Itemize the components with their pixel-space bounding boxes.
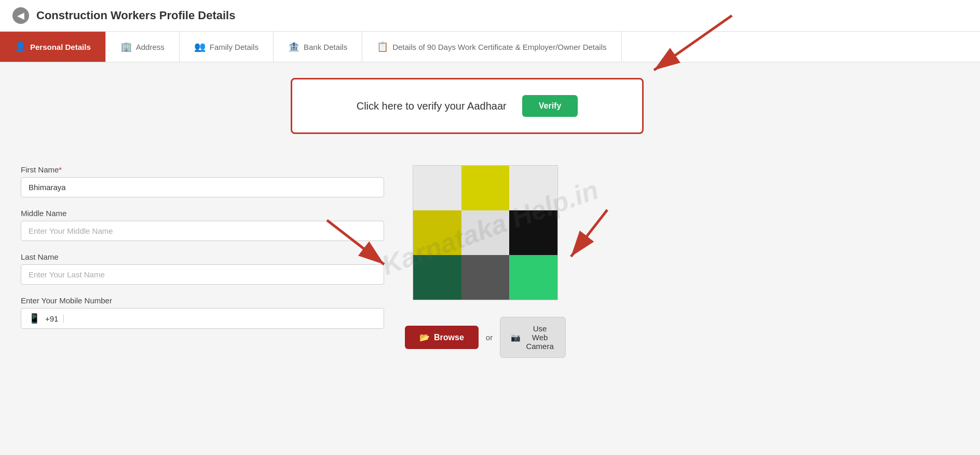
photo-preview: [413, 165, 558, 300]
mobile-icon: 📱: [29, 313, 40, 324]
browse-icon: 📂: [419, 332, 430, 342]
personal-icon: 👤: [15, 41, 26, 52]
mobile-label: Enter Your Mobile Number: [21, 296, 384, 305]
work-icon: 📋: [377, 41, 388, 52]
tab-family[interactable]: 👥 Family Details: [180, 32, 274, 62]
bank-icon: 🏦: [288, 41, 300, 52]
last-name-label: Last Name: [21, 252, 384, 261]
family-icon: 👥: [194, 41, 206, 52]
tab-address-label: Address: [136, 43, 165, 51]
mobile-input-wrapper: 📱 +91: [21, 308, 384, 329]
tab-address[interactable]: 🏢 Address: [106, 32, 180, 62]
photo-cell-1: [413, 166, 461, 210]
tab-bank[interactable]: 🏦 Bank Details: [274, 32, 362, 62]
photo-cell-8: [461, 255, 510, 300]
browse-label: Browse: [434, 333, 464, 342]
tab-bar: 👤 Personal Details 🏢 Address 👥 Family De…: [0, 32, 980, 62]
tab-bank-label: Bank Details: [304, 43, 347, 51]
middle-name-input[interactable]: [21, 221, 384, 241]
page-title: Construction Workers Profile Details: [36, 9, 235, 22]
webcam-label: Use Web Camera: [525, 324, 555, 351]
tab-personal[interactable]: 👤 Personal Details: [0, 32, 106, 62]
photo-section: 📂 Browse or 📷 Use Web Camera: [405, 165, 566, 358]
middle-name-label: Middle Name: [21, 209, 384, 218]
form-section: First Name* Middle Name Last Name Enter …: [21, 165, 914, 358]
photo-cell-3: [509, 166, 557, 210]
svg-line-5: [571, 210, 607, 257]
mobile-code: +91: [45, 314, 64, 323]
photo-actions: 📂 Browse or 📷 Use Web Camera: [405, 317, 566, 358]
photo-cell-2: [461, 166, 510, 210]
first-name-label: First Name*: [21, 165, 384, 174]
tab-personal-label: Personal Details: [30, 43, 91, 51]
form-left: First Name* Middle Name Last Name Enter …: [21, 165, 384, 358]
photo-cell-5: [461, 210, 510, 255]
required-mark: *: [59, 165, 62, 174]
mobile-input[interactable]: [69, 314, 376, 323]
aadhaar-prompt: Click here to verify your Aadhaar: [357, 100, 507, 112]
last-name-group: Last Name: [21, 252, 384, 285]
photo-cell-7: [413, 255, 461, 300]
address-icon: 🏢: [120, 41, 132, 52]
webcam-button[interactable]: 📷 Use Web Camera: [500, 317, 566, 358]
tab-work-label: Details of 90 Days Work Certificate & Em…: [392, 43, 606, 51]
aadhaar-verify-box: Click here to verify your Aadhaar Verify: [291, 78, 644, 134]
or-text: or: [486, 333, 493, 342]
middle-name-group: Middle Name: [21, 209, 384, 241]
verify-button[interactable]: Verify: [522, 95, 578, 117]
browse-button[interactable]: 📂 Browse: [405, 326, 479, 349]
back-button[interactable]: ◀: [12, 7, 29, 24]
photo-cell-4: [413, 210, 461, 255]
webcam-icon: 📷: [511, 333, 521, 342]
mobile-group: Enter Your Mobile Number 📱 +91: [21, 296, 384, 329]
tab-family-label: Family Details: [210, 43, 258, 51]
first-name-group: First Name*: [21, 165, 384, 197]
last-name-input[interactable]: [21, 264, 384, 285]
photo-cell-9: [509, 255, 557, 300]
photo-cell-6: [509, 210, 557, 255]
back-icon: ◀: [17, 10, 24, 21]
first-name-input[interactable]: [21, 177, 384, 197]
tab-work[interactable]: 📋 Details of 90 Days Work Certificate & …: [362, 32, 621, 62]
